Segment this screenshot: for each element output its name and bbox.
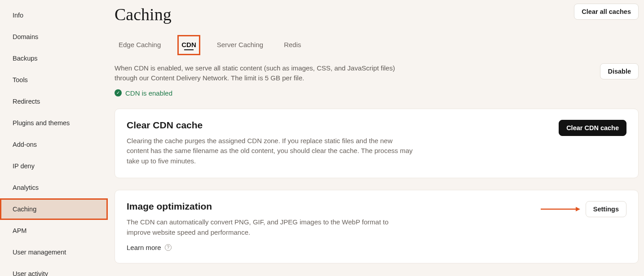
sidebar-item-backups[interactable]: Backups (0, 48, 108, 69)
arrow-right-icon (541, 206, 580, 212)
settings-area: Settings (541, 201, 626, 217)
sidebar-item-plugins-themes[interactable]: Plugins and themes (0, 112, 108, 134)
clear-cdn-card: Clear CDN cache Clearing the cache purge… (115, 109, 639, 179)
tab-edge-caching[interactable]: Edge Caching (115, 35, 165, 55)
tab-redis[interactable]: Redis (280, 35, 305, 55)
sidebar-item-label: Redirects (13, 98, 40, 105)
clear-cdn-cache-button[interactable]: Clear CDN cache (559, 120, 626, 136)
sidebar-item-label: User activity (13, 270, 48, 276)
sidebar-item-domains[interactable]: Domains (0, 26, 108, 48)
sidebar-item-redirects[interactable]: Redirects (0, 91, 108, 112)
card-description: The CDN can automatically convert PNG, G… (127, 217, 414, 237)
card-title: Image optimization (127, 201, 414, 212)
card-body: Clear CDN cache Clearing the cache purge… (127, 120, 414, 166)
sidebar-item-label: User management (13, 249, 66, 256)
sidebar-item-info[interactable]: Info (0, 4, 108, 26)
check-icon: ✓ (115, 89, 122, 96)
page-title: Caching (115, 4, 172, 24)
sidebar-item-label: IP deny (13, 162, 35, 170)
sidebar-item-addons[interactable]: Add-ons (0, 134, 108, 155)
card-body: Image optimization The CDN can automatic… (127, 201, 414, 251)
sidebar-item-label: Tools (13, 76, 28, 83)
page-header: Caching Clear all caches (115, 4, 639, 24)
sidebar-item-label: Plugins and themes (13, 119, 70, 127)
main-content: Caching Clear all caches Edge Caching CD… (108, 0, 644, 276)
tab-label: Server Caching (217, 41, 263, 48)
tab-server-caching[interactable]: Server Caching (213, 35, 267, 55)
learn-more-link[interactable]: Learn more ? (127, 244, 414, 251)
image-optimization-card: Image optimization The CDN can automatic… (115, 190, 639, 263)
tabs: Edge Caching CDN Server Caching Redis (115, 35, 639, 55)
sidebar-item-label: Backups (13, 55, 38, 62)
card-description: Clearing the cache purges the assigned C… (127, 136, 414, 166)
sidebar-item-label: Info (13, 12, 23, 19)
sidebar-item-ip-deny[interactable]: IP deny (0, 155, 108, 177)
tab-label: Edge Caching (119, 41, 161, 48)
disable-button[interactable]: Disable (600, 63, 639, 79)
sidebar-item-label: Analytics (13, 184, 39, 191)
sidebar-item-user-activity[interactable]: User activity (0, 263, 108, 276)
sidebar-item-user-management[interactable]: User management (0, 241, 108, 263)
sidebar-item-label: Domains (13, 33, 38, 40)
tab-description: When CDN is enabled, we serve all static… (115, 63, 402, 83)
learn-more-label: Learn more (127, 244, 161, 251)
tab-cdn[interactable]: CDN (177, 35, 200, 55)
tab-label: Redis (284, 41, 301, 48)
sidebar-item-caching[interactable]: Caching (0, 198, 108, 220)
image-optimization-settings-button[interactable]: Settings (586, 201, 626, 217)
sidebar-item-label: Caching (13, 206, 36, 213)
tab-description-row: When CDN is enabled, we serve all static… (115, 63, 639, 83)
help-icon: ? (165, 244, 172, 251)
sidebar-item-label: APM (13, 227, 26, 234)
sidebar-item-analytics[interactable]: Analytics (0, 177, 108, 198)
sidebar: Info Domains Backups Tools Redirects Plu… (0, 0, 108, 276)
sidebar-item-tools[interactable]: Tools (0, 69, 108, 91)
card-title: Clear CDN cache (127, 120, 414, 131)
sidebar-item-label: Add-ons (13, 141, 37, 148)
status-text: CDN is enabled (125, 89, 172, 97)
svg-marker-1 (576, 207, 580, 211)
tab-label: CDN (181, 41, 196, 48)
sidebar-item-apm[interactable]: APM (0, 220, 108, 241)
clear-all-caches-button[interactable]: Clear all caches (574, 4, 639, 20)
cdn-status: ✓ CDN is enabled (115, 89, 639, 97)
